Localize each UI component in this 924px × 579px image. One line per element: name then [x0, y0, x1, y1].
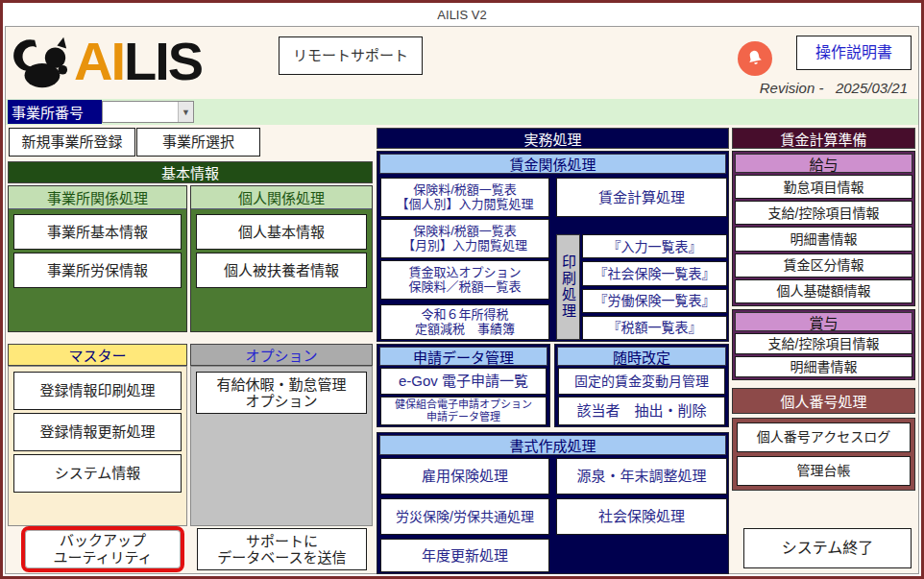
system-info-button[interactable]: システム情報: [13, 454, 182, 493]
social-insurance-processing-button[interactable]: 社会保険処理: [556, 498, 727, 535]
management-ledger-button[interactable]: 管理台帳: [737, 456, 911, 486]
office-relations-panel: 事業所関係処理 事業所基本情報 事業所労保情報: [8, 185, 187, 332]
input-list-button[interactable]: 『入力一覧表』: [582, 234, 727, 258]
form-creation-header: 書式作成処理: [379, 435, 726, 455]
target-extract-delete-button[interactable]: 該当者 抽出・削除: [558, 397, 725, 425]
labor-insurance-list-button[interactable]: 『労働保険一覧表』: [582, 289, 727, 313]
squirrel-logo-icon: [11, 34, 70, 91]
logo-ai-text: AI: [74, 31, 124, 91]
wage-processing-panel: 賃金関係処理 保険料/税額一覧表 【個人別】入力閲覧処理 保険料/税額一覧表 【…: [377, 151, 729, 342]
manual-button[interactable]: 操作説明書: [796, 36, 912, 70]
system-exit-button[interactable]: システム終了: [743, 528, 912, 568]
salary-pay-deduction-items-button[interactable]: 支給/控除項目情報: [735, 201, 912, 225]
office-basic-info-button[interactable]: 事業所基本情報: [13, 214, 182, 250]
application-data-header: 申請データ管理: [379, 347, 547, 366]
attendance-items-button[interactable]: 勤怠項目情報: [735, 175, 912, 199]
ins-tax-list-monthly-button[interactable]: 保険料/税額一覧表 【月別】入力閲覧処理: [380, 219, 549, 258]
revision-label: Revision -: [760, 80, 824, 96]
logo-lis-text: LIS: [124, 31, 202, 91]
mynumber-header: 個人番号処理: [732, 388, 915, 414]
personal-relations-panel: 個人関係処理 個人基本情報 個人被扶養者情報: [190, 185, 373, 332]
wage-calc-button[interactable]: 賃金計算処理: [556, 178, 727, 217]
social-insurance-list-button[interactable]: 『社会保険一覧表』: [582, 261, 727, 285]
app-window: AILIS V2 AILIS リモートサポート 操作説明書 Revision -…: [0, 0, 924, 579]
form-creation-panel: 書式作成処理 雇用保険処理 労災保険/労保共通処理 年度更新処理 源泉・年末調整…: [377, 432, 729, 574]
office-relations-header: 事業所関係処理: [9, 186, 186, 209]
salary-panel: 給与 勤怠項目情報 支給/控除項目情報 明細書情報 賃金区分情報 個人基礎額情報: [732, 151, 915, 306]
office-number-label: 事業所番号: [8, 100, 102, 124]
operations-header: 実務処理: [377, 128, 729, 149]
egov-application-list-button[interactable]: e-Gov 電子申請一覧: [380, 368, 547, 395]
mynumber-panel: 個人番号アクセスログ 管理台帳: [732, 418, 915, 491]
personal-dependents-button[interactable]: 個人被扶養者情報: [196, 253, 367, 288]
office-labor-info-button[interactable]: 事業所労保情報: [13, 253, 182, 288]
print-processing-label: 印刷処理: [556, 234, 580, 340]
master-header: マスター: [8, 344, 187, 366]
register-new-office-button[interactable]: 新規事業所登録: [9, 128, 135, 157]
wage-import-option-button[interactable]: 賃金取込オプション 保険料／税額一覧表: [380, 260, 549, 300]
bonus-pay-deduction-items-button[interactable]: 支給/控除項目情報: [735, 333, 912, 354]
occasional-revision-header: 随時改定: [557, 347, 726, 366]
bonus-statement-info-button[interactable]: 明細書情報: [735, 356, 912, 377]
kenpo-application-option-button[interactable]: 健保組合電子申請オプション 申請データ管理: [380, 397, 547, 425]
send-database-button[interactable]: サポートに データベースを送信: [197, 528, 367, 570]
occasional-revision-panel: 随時改定 固定的賃金変動月管理 該当者 抽出・削除: [554, 344, 729, 427]
office-number-select[interactable]: ▼: [102, 101, 194, 123]
personal-base-amount-button[interactable]: 個人基礎額情報: [735, 279, 912, 303]
workers-comp-common-button[interactable]: 労災保険/労保共通処理: [380, 498, 549, 535]
print-registered-info-button[interactable]: 登録情報印刷処理: [13, 372, 182, 410]
personal-relations-header: 個人関係処理: [191, 186, 372, 209]
salary-header: 給与: [735, 154, 912, 173]
update-registered-info-button[interactable]: 登録情報更新処理: [13, 413, 182, 451]
personal-basic-info-button[interactable]: 個人基本情報: [196, 214, 367, 250]
ins-tax-list-individual-button[interactable]: 保険料/税額一覧表 【個人別】入力閲覧処理: [380, 178, 549, 217]
reiwa6-income-tax-button[interactable]: 令和６年所得税 定額減税 事績簿: [380, 304, 549, 340]
app-logo: AILIS: [74, 35, 202, 88]
tax-list-button[interactable]: 『税額一覧表』: [582, 316, 727, 340]
revision-date: 2025/03/21: [836, 80, 908, 96]
revision-info: Revision - 2025/03/21: [760, 80, 908, 96]
print-buttons-group: 『入力一覧表』 『社会保険一覧表』 『労働保険一覧表』 『税額一覧表』: [582, 234, 727, 340]
application-data-panel: 申請データ管理 e-Gov 電子申請一覧 健保組合電子申請オプション 申請データ…: [377, 344, 550, 427]
paid-leave-option-button[interactable]: 有給休暇・勤怠管理 オプション: [196, 372, 367, 414]
annual-renewal-button[interactable]: 年度更新処理: [380, 539, 549, 572]
employment-insurance-button[interactable]: 雇用保険処理: [380, 458, 549, 495]
wage-category-info-button[interactable]: 賃金区分情報: [735, 253, 912, 277]
remote-support-button[interactable]: リモートサポート: [279, 36, 423, 75]
salary-statement-info-button[interactable]: 明細書情報: [735, 227, 912, 251]
chevron-down-icon[interactable]: ▼: [178, 102, 193, 122]
basic-info-header: 基本情報: [8, 161, 373, 183]
bonus-panel: 賞与 支給/控除項目情報 明細書情報: [732, 309, 915, 380]
master-panel: 登録情報印刷処理 登録情報更新処理 システム情報: [8, 366, 187, 526]
bonus-header: 賞与: [735, 312, 912, 331]
select-office-button[interactable]: 事業所選択: [136, 128, 260, 157]
wage-processing-header: 賃金関係処理: [379, 154, 726, 174]
wage-prep-header: 賃金計算準備: [732, 128, 915, 149]
backup-utility-button[interactable]: バックアップ ユーティリティ: [21, 526, 184, 572]
window-title: AILIS V2: [3, 3, 921, 26]
notification-bell-icon[interactable]: [738, 41, 772, 76]
mynumber-access-log-button[interactable]: 個人番号アクセスログ: [737, 422, 911, 452]
option-header: オプション: [190, 344, 373, 366]
option-panel: 有給休暇・勤怠管理 オプション: [190, 366, 373, 526]
withholding-yearend-button[interactable]: 源泉・年末調整処理: [556, 458, 727, 495]
fixed-wage-change-month-button[interactable]: 固定的賃金変動月管理: [558, 368, 725, 395]
